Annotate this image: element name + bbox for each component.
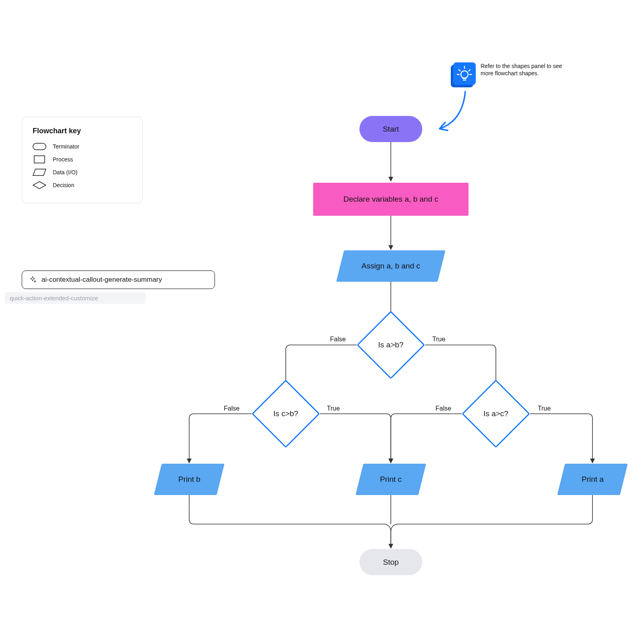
edge-cb-false: False bbox=[224, 405, 239, 412]
tip-callout: Refer to the shapes panel to see more fl… bbox=[453, 62, 573, 85]
ai-contextual-callout[interactable]: ai-contextual-callout-generate-summary bbox=[22, 270, 215, 289]
edge-ab-false: False bbox=[330, 336, 346, 343]
node-dec-ac[interactable]: Is a>c? bbox=[472, 390, 520, 438]
tip-text: Refer to the shapes panel to see more fl… bbox=[481, 62, 573, 77]
node-print-b-label: Print b bbox=[178, 475, 200, 484]
edge-ab-true: True bbox=[432, 336, 445, 343]
node-stop[interactable]: Stop bbox=[359, 549, 422, 575]
node-print-b[interactable]: Print b bbox=[158, 464, 221, 495]
key-row-process: Process bbox=[33, 155, 132, 163]
flowchart-key-panel: Flowchart key Terminator Process Data (I… bbox=[22, 117, 142, 203]
key-row-terminator: Terminator bbox=[33, 142, 132, 151]
lightbulb-icon bbox=[453, 62, 476, 85]
flowchart-connectors bbox=[0, 0, 644, 644]
key-label-terminator: Terminator bbox=[53, 143, 79, 150]
node-dec-ac-label: Is a>c? bbox=[483, 409, 508, 418]
node-print-a-label: Print a bbox=[582, 475, 604, 484]
key-label-data: Data (I/O) bbox=[53, 169, 77, 175]
svg-rect-3 bbox=[33, 143, 46, 150]
quick-action-pill[interactable]: quick-action-extended-customize bbox=[5, 292, 146, 304]
node-print-a[interactable]: Print a bbox=[561, 464, 624, 495]
edge-ac-false: False bbox=[436, 405, 451, 412]
node-print-c[interactable]: Print c bbox=[359, 464, 422, 495]
flowchart-key-title: Flowchart key bbox=[33, 127, 132, 135]
node-assign-label: Assign a, b and c bbox=[361, 262, 420, 270]
node-stop-label: Stop bbox=[383, 558, 398, 567]
node-declare-label: Declare variables a, b and c bbox=[343, 195, 438, 204]
node-start-label: Start bbox=[383, 125, 399, 134]
node-dec-cb-label: Is c>b? bbox=[273, 409, 298, 418]
ai-chip-label: ai-contextual-callout-generate-summary bbox=[41, 276, 162, 284]
edge-cb-true: True bbox=[327, 405, 340, 412]
node-dec-ab[interactable]: Is a>b? bbox=[367, 321, 415, 369]
key-label-process: Process bbox=[53, 156, 73, 163]
quick-action-label: quick-action-extended-customize bbox=[10, 295, 98, 301]
node-dec-ab-label: Is a>b? bbox=[378, 341, 404, 349]
key-label-decision: Decision bbox=[53, 182, 74, 188]
node-assign[interactable]: Assign a, b and c bbox=[340, 250, 442, 282]
edge-ac-true: True bbox=[538, 405, 551, 412]
node-declare[interactable]: Declare variables a, b and c bbox=[313, 183, 469, 216]
svg-marker-6 bbox=[33, 182, 46, 189]
svg-point-7 bbox=[461, 71, 468, 78]
svg-marker-5 bbox=[33, 169, 46, 175]
flowchart-canvas[interactable]: Flowchart key Terminator Process Data (I… bbox=[0, 0, 644, 644]
sparkle-icon bbox=[29, 276, 37, 284]
key-row-decision: Decision bbox=[33, 181, 132, 189]
node-dec-cb[interactable]: Is c>b? bbox=[262, 390, 310, 438]
svg-rect-4 bbox=[34, 156, 45, 163]
node-print-c-label: Print c bbox=[380, 475, 402, 484]
node-start[interactable]: Start bbox=[359, 116, 422, 142]
key-row-data: Data (I/O) bbox=[33, 168, 132, 176]
